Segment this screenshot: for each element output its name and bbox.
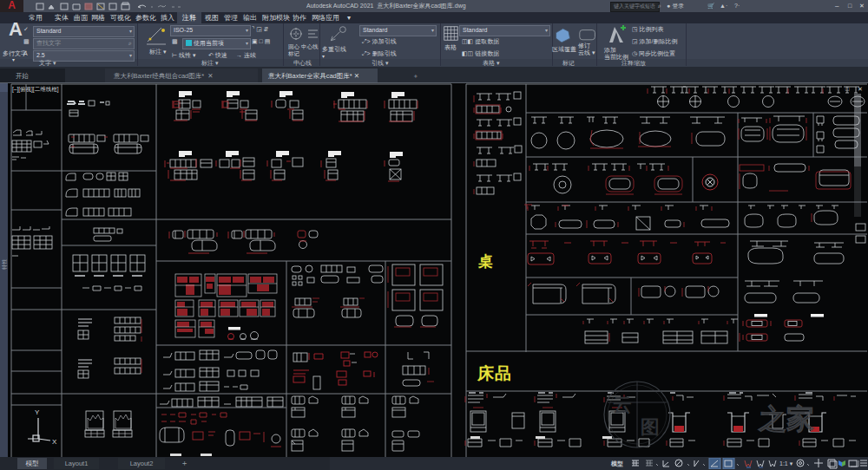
svg-text:床品: 床品 <box>477 364 512 382</box>
svg-text:[–][俯视][二维线框]: [–][俯视][二维线框] <box>12 86 59 93</box>
svg-text:特性: 特性 <box>2 258 8 270</box>
svg-text:云: 云 <box>613 394 632 415</box>
svg-text:桌: 桌 <box>477 253 493 270</box>
svg-text:图: 图 <box>641 416 660 438</box>
svg-text:之家: 之家 <box>758 403 814 434</box>
svg-text:1:1 ▾: 1:1 ▾ <box>779 460 793 467</box>
svg-text:Y: Y <box>35 408 40 416</box>
svg-text:X: X <box>52 438 57 446</box>
